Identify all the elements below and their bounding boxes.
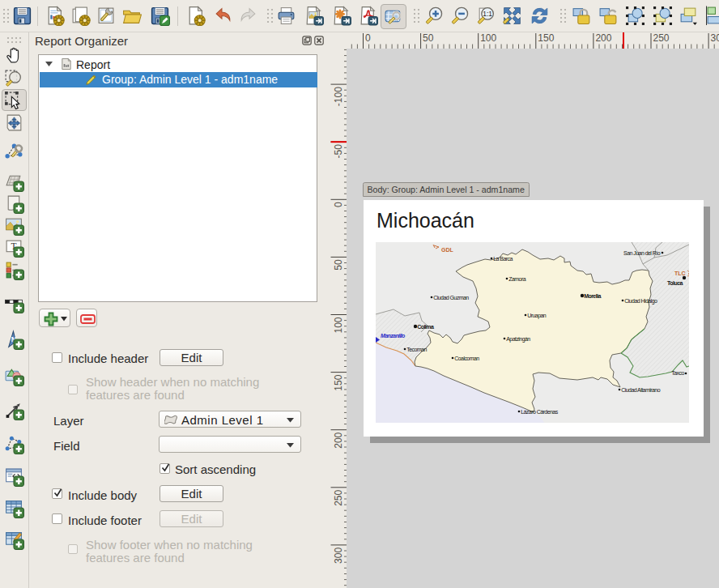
svg-text:Tecoman: Tecoman <box>406 347 427 352</box>
svg-text:Coalcoman: Coalcoman <box>454 356 479 361</box>
svg-text:Ciudad Altamirano: Ciudad Altamirano <box>621 387 661 393</box>
svg-text:Ciudad Guzman: Ciudad Guzman <box>433 295 469 300</box>
svg-text:Taxco: Taxco <box>671 370 684 376</box>
svg-text:50: 50 <box>423 32 434 44</box>
svg-text:300: 300 <box>711 32 719 44</box>
svg-text:GDL: GDL <box>441 247 454 253</box>
svg-text:0: 0 <box>365 32 371 44</box>
svg-text:Apatzingán: Apatzingán <box>506 336 530 343</box>
svg-text:150: 150 <box>333 374 344 390</box>
svg-text:-50: -50 <box>333 144 344 159</box>
svg-text:250: 250 <box>333 489 344 505</box>
svg-text:Morelia: Morelia <box>584 293 601 299</box>
svg-text:Ciudad Hidalgo: Ciudad Hidalgo <box>624 298 657 305</box>
svg-text:-100: -100 <box>333 87 344 106</box>
svg-text:Toluca: Toluca <box>667 280 683 286</box>
svg-text:Zamora: Zamora <box>508 276 525 282</box>
svg-text:Manzanillo: Manzanillo <box>381 333 406 339</box>
svg-text:200: 200 <box>595 32 611 44</box>
svg-text:200: 200 <box>333 432 344 448</box>
svg-text:Lázaro Cárdenas: Lázaro Cárdenas <box>521 409 558 415</box>
svg-text:50: 50 <box>333 259 344 271</box>
svg-text:Colima: Colima <box>417 324 434 330</box>
svg-text:150: 150 <box>538 32 554 44</box>
svg-text:250: 250 <box>653 32 670 44</box>
svg-text:100: 100 <box>333 317 344 333</box>
svg-text:0: 0 <box>333 202 344 207</box>
svg-text:100: 100 <box>480 32 496 44</box>
svg-text:Uruapan: Uruapan <box>527 313 547 319</box>
svg-text:San Juan del Río: San Juan del Río <box>623 250 661 256</box>
svg-text:1:1: 1:1 <box>483 10 492 18</box>
svg-text:La Barca: La Barca <box>493 256 513 262</box>
svg-text:TLC: TLC <box>674 271 686 276</box>
svg-text:300: 300 <box>333 548 344 564</box>
